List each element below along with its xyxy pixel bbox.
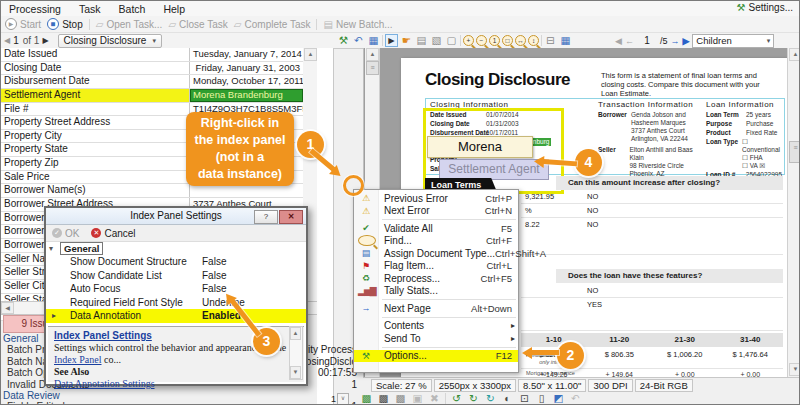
toolbar-button[interactable]: ▤New Batch... <box>323 19 392 30</box>
help-title-link[interactable]: Index Panel Settings <box>54 330 152 341</box>
zoom-region-icon[interactable]: ▧ <box>430 34 443 47</box>
data-annotation-settings-link[interactable]: Data Annotation Settings <box>54 378 155 389</box>
setting-value[interactable]: Enabled <box>202 309 306 323</box>
clipboard-icon[interactable]: ▯ <box>535 392 548 405</box>
menu-item[interactable]: ▂▅▇ Tally Stats... <box>354 285 518 298</box>
settings-row[interactable]: Required Field Font Style Underline <box>46 296 306 310</box>
rotate-left-icon[interactable]: ↺ <box>450 392 463 405</box>
menu-item[interactable] <box>382 317 516 318</box>
zoom-out-icon[interactable]: − <box>476 35 487 46</box>
menu-item[interactable]: ⚒ Options... F12 <box>354 350 518 363</box>
close-button[interactable]: ✕ <box>279 210 303 224</box>
scroll-down-icon[interactable]: ▼ <box>789 363 800 376</box>
settings-row[interactable]: Show Candidate List False <box>46 269 306 283</box>
zoom-width-icon[interactable]: ↔ <box>515 35 526 46</box>
settings-row[interactable]: ▸ Data Annotation Enabled <box>46 309 306 323</box>
menu-item[interactable] <box>382 299 516 300</box>
palette-icon[interactable]: ◩ <box>552 392 565 405</box>
toolbar-button[interactable]: ▶Start <box>5 18 41 30</box>
toolbar-button[interactable]: ▱Open Task... <box>96 19 163 30</box>
settings-category[interactable]: ▾ General <box>46 242 306 255</box>
setting-value[interactable]: False <box>202 269 306 283</box>
toolbar-separator[interactable] <box>460 35 461 46</box>
toolbar-button[interactable]: ▱Close Task <box>168 19 227 30</box>
scroll-up-icon[interactable]: ▲ <box>304 48 317 61</box>
tools-icon[interactable]: ⚒ <box>337 34 350 47</box>
toolbar-separator[interactable] <box>445 393 446 404</box>
field-value-input[interactable] <box>190 184 303 197</box>
first-page-button[interactable]: ◀ <box>615 36 622 46</box>
scroll-down-icon[interactable]: ▼ <box>290 366 301 379</box>
contrast-icon[interactable]: ◐ <box>501 392 514 405</box>
field-value-input[interactable]: Friday, January 31, 2003 <box>190 62 303 75</box>
next-page-button[interactable]: → <box>670 36 679 46</box>
help-scrollbar[interactable]: ▲ ▼ <box>289 326 303 380</box>
prev-document-button[interactable]: ◀ <box>1 36 13 45</box>
page-spinner[interactable]: 1 ∨ <box>331 393 349 405</box>
field-value-input[interactable]: Monday, October 17, 2011 <box>190 75 303 88</box>
index-panel-link[interactable]: Index Panel <box>54 354 102 365</box>
add-page-icon[interactable]: ▤ <box>415 34 428 47</box>
menubar-item[interactable]: Batch <box>119 3 146 15</box>
last-page-button[interactable]: ▶ <box>682 36 689 46</box>
setting-value[interactable]: Underline <box>202 296 306 310</box>
crop-icon[interactable]: ⊡ <box>518 392 531 405</box>
undo-icon[interactable]: ↶ <box>352 34 365 47</box>
menu-item[interactable] <box>382 347 516 348</box>
view-mode-dropdown[interactable]: Children ▾ <box>692 34 774 48</box>
undo-image-icon[interactable]: ↶ <box>569 392 582 405</box>
setting-value[interactable]: False <box>202 282 306 296</box>
menu-item[interactable]: ⚠ Next Error Ctrl+N <box>354 205 518 218</box>
menu-item[interactable]: → Next Page Alt+Down <box>354 302 518 315</box>
menubar-item[interactable]: Help <box>163 3 185 15</box>
scroll-up-icon[interactable]: ▲ <box>290 327 301 340</box>
viewer-scrollbar[interactable]: ▲ ≡ ▼ <box>787 48 800 377</box>
menu-item[interactable]: ⚠ Previous Error Ctrl+P <box>354 192 518 205</box>
zoom-fit-icon[interactable]: □ <box>502 35 513 46</box>
rotate-right-icon[interactable]: ↻ <box>467 392 480 405</box>
settings-row[interactable]: Auto Focus False <box>46 282 306 296</box>
zoom-height-icon[interactable]: ↕ <box>528 35 539 46</box>
menu-item[interactable]: Contents ▸ <box>354 320 518 333</box>
scrollbar-grip[interactable]: ≡ <box>366 61 379 75</box>
field-value-input[interactable]: Tuesday, January 7, 2014 <box>190 48 303 61</box>
zoom-in-icon[interactable]: + <box>463 35 474 46</box>
menu-item[interactable]: ▤ Assign Document Type... Ctrl+Shift+A <box>354 247 518 260</box>
cancel-button[interactable]: ✕Cancel <box>91 228 135 239</box>
scroll-up-icon[interactable]: ▲ <box>366 48 379 61</box>
preview-icon[interactable]: ▢ <box>445 34 458 47</box>
previous-page-button[interactable]: ← <box>625 36 634 46</box>
menu-item[interactable]: ⚑ Flag Item... Ctrl+L <box>354 260 518 273</box>
ok-button[interactable]: ✓OK <box>52 228 79 239</box>
save-icon[interactable]: ▦ <box>367 34 380 47</box>
next-document-button[interactable]: ▶ <box>39 36 51 45</box>
setting-value[interactable]: False <box>202 255 306 269</box>
menu-item[interactable]: Send To ▸ <box>354 332 518 345</box>
toolbar-separator[interactable] <box>382 35 383 46</box>
scroll-up-icon[interactable]: ▲ <box>789 48 800 61</box>
image-region-icon[interactable]: ▩ <box>394 392 407 405</box>
refresh-icon[interactable]: ↻ <box>484 392 497 405</box>
menubar-item[interactable]: Processing <box>9 3 61 15</box>
dialog-titlebar[interactable]: Index Panel Settings ? ✕ <box>46 208 306 225</box>
settings-row[interactable]: Show Document Structure False <box>46 255 306 269</box>
save-changes-icon[interactable]: ▣ <box>411 392 424 405</box>
document-type-dropdown[interactable]: Closing Disclosure ▾ <box>58 34 162 48</box>
help-button[interactable]: ? <box>254 210 278 224</box>
zoom-actual-icon[interactable]: 1 <box>489 35 500 46</box>
image-tool-icon[interactable]: ▩ <box>360 392 373 405</box>
save-image-icon[interactable]: ▦ <box>559 34 572 47</box>
menu-item[interactable]: Find... Ctrl+F <box>354 235 518 248</box>
collapse-icon[interactable]: ▾ <box>49 242 53 255</box>
toolbar-button[interactable]: ▱Complete Task <box>234 19 311 30</box>
field-value-input[interactable]: Morena Brandenburg <box>190 89 303 102</box>
menubar-item[interactable]: Task <box>79 3 101 15</box>
toolbar-separator[interactable] <box>541 35 542 46</box>
toolbar-button[interactable] <box>89 19 90 30</box>
delete-icon[interactable]: ✖ <box>428 392 441 405</box>
scrollbar-grip[interactable]: ≡ <box>789 141 800 163</box>
toolbar-button[interactable]: ◼Stop <box>47 18 83 30</box>
expander-icon[interactable]: ▸ <box>52 309 56 323</box>
menu-item[interactable]: ✔ Validate All F5 <box>354 222 518 235</box>
scroll-left-icon[interactable]: ◀ <box>1 302 14 314</box>
